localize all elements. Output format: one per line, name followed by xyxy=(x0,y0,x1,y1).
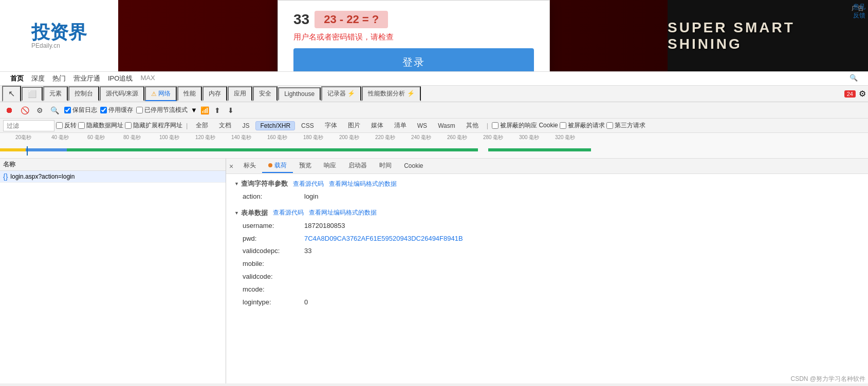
error-badge: 24 xyxy=(844,90,856,98)
filter-input[interactable] xyxy=(3,120,54,131)
form-view-encoded[interactable]: 查看网址编码格式的数据 xyxy=(309,208,377,217)
tab-application[interactable]: 应用 xyxy=(228,86,252,101)
param-key-action: action: xyxy=(243,191,304,202)
filter-btn[interactable]: ⚙ xyxy=(34,106,45,115)
login-modal: 33 23 - 22 = ? 用户名或者密码错误，请检查 登录 xyxy=(278,0,550,72)
nav-depth[interactable]: 深度 xyxy=(31,74,45,83)
blocked-req-checkbox[interactable]: 被屏蔽的请求 xyxy=(560,121,605,130)
filter-other[interactable]: 其他 xyxy=(461,120,483,131)
filter-js[interactable]: JS xyxy=(237,121,254,130)
hide-data-url-checkbox[interactable]: 隐藏数据网址 xyxy=(78,121,123,130)
warning-icon: ⚠ xyxy=(151,90,157,98)
tab-network[interactable]: ⚠ 网络 xyxy=(145,86,177,101)
filter-fetch-xhr[interactable]: Fetch/XHR xyxy=(255,121,295,130)
tab-security[interactable]: 安全 xyxy=(253,86,278,101)
tab-headers[interactable]: 标头 xyxy=(237,159,262,173)
devtools-settings-icon[interactable]: ⚙ xyxy=(859,89,866,99)
filter-wasm[interactable]: Wasm xyxy=(433,121,460,130)
tl-160: 160 毫秒 xyxy=(267,134,287,141)
filter-media[interactable]: 媒体 xyxy=(366,120,388,131)
error-message: 用户名或者密码错误，请检查 xyxy=(293,32,534,42)
filter-image[interactable]: 图片 xyxy=(343,120,365,131)
devtool-cursor-icon[interactable]: ↖ xyxy=(2,86,21,102)
param-key-logintype: logintype: xyxy=(243,297,304,308)
tl-260: 260 毫秒 xyxy=(447,134,467,141)
nav-ipo[interactable]: IPO追线 xyxy=(108,74,133,83)
blocked-cookie-checkbox[interactable]: 被屏蔽的响应 Cookie xyxy=(492,121,558,130)
right-ad-area: SUPER SMART SHINING 广告 xyxy=(668,0,868,72)
tab-recorder[interactable]: 记录器 ⚡ xyxy=(321,86,361,101)
panel-split: 名称 {} login.aspx?action=login × 标头 载荷 预览… xyxy=(0,159,868,383)
site-nav: 首页 深度 热门 营业厅通 IPO追线 MAX 🔍 xyxy=(0,72,868,86)
captcha-number: 33 xyxy=(293,11,309,28)
import-btn[interactable]: ⬆ xyxy=(212,106,223,115)
tab-timing[interactable]: 时间 xyxy=(373,159,398,173)
tab-memory[interactable]: 内存 xyxy=(202,86,227,101)
disable-cache-input[interactable] xyxy=(100,107,107,113)
tl-200: 200 毫秒 xyxy=(339,134,359,141)
tl-320: 320 毫秒 xyxy=(555,134,575,141)
form-param-username: username: 18720180853 xyxy=(234,221,860,231)
disable-cache-checkbox[interactable]: 停用缓存 xyxy=(100,106,133,114)
form-view-source[interactable]: 查看源代码 xyxy=(273,208,304,217)
preserve-log-input[interactable] xyxy=(64,107,71,113)
filter-all[interactable]: 全部 xyxy=(191,120,213,131)
tab-perf-insights[interactable]: 性能数据分析 ⚡ xyxy=(362,86,420,101)
invert-checkbox[interactable]: 反转 xyxy=(56,121,77,130)
request-item[interactable]: {} login.aspx?action=login xyxy=(0,171,226,183)
tab-console[interactable]: 控制台 xyxy=(68,86,99,101)
query-view-source[interactable]: 查看源代码 xyxy=(293,180,324,188)
throttle-checkbox[interactable]: 已停用节流模式 xyxy=(136,106,188,114)
tab-preview[interactable]: 预览 xyxy=(293,159,318,173)
tab-cookie[interactable]: Cookie xyxy=(398,160,429,172)
devtool-inspector-icon[interactable]: ⬜ xyxy=(22,87,43,101)
timeline-bar-green xyxy=(67,148,478,151)
export-btn[interactable]: ⬇ xyxy=(226,106,236,115)
site-domain: PEdaily.cn xyxy=(31,42,60,49)
record-stop-btn[interactable]: ⏺ xyxy=(3,105,15,115)
filter-font[interactable]: 字体 xyxy=(320,120,342,131)
query-section-header: ▼查询字符串参数 查看源代码 查看网址编码格式的数据 xyxy=(234,179,860,188)
nav-more: MAX xyxy=(140,74,155,83)
nav-business[interactable]: 营业厅通 xyxy=(73,74,100,83)
param-key-username: username: xyxy=(243,221,304,231)
query-triangle-icon: ▼ xyxy=(234,181,239,186)
tab-elements[interactable]: 元素 xyxy=(43,86,68,101)
form-param-mcode: mcode: xyxy=(234,284,860,295)
nav-hot[interactable]: 热门 xyxy=(52,74,66,83)
preserve-log-checkbox[interactable]: 保留日志 xyxy=(64,106,97,114)
tl-20: 20毫秒 xyxy=(15,134,31,141)
tl-60: 60 毫秒 xyxy=(87,134,105,141)
tab-payload[interactable]: 载荷 xyxy=(262,159,293,173)
tl-180: 180 毫秒 xyxy=(303,134,323,141)
browser-top: 投资界 PEdaily.cn Zero2IPO Ventures 清科创业 投资… xyxy=(0,0,868,72)
filter-ws[interactable]: WS xyxy=(413,121,432,130)
hide-extension-url-checkbox[interactable]: 隐藏扩展程序网址 xyxy=(125,121,182,130)
query-view-encoded[interactable]: 查看网址编码格式的数据 xyxy=(329,180,397,188)
tl-120: 120 毫秒 xyxy=(195,134,215,141)
filter-css[interactable]: CSS xyxy=(297,121,319,130)
filter-document[interactable]: 文档 xyxy=(214,120,236,131)
throttle-dropdown-icon[interactable]: ▼ xyxy=(191,106,197,114)
form-triangle-icon: ▼ xyxy=(234,210,239,216)
form-param-mobile: mobile: xyxy=(234,259,860,269)
tab-lighthouse[interactable]: Lighthouse xyxy=(278,87,321,101)
tab-performance[interactable]: 性能 xyxy=(177,86,202,101)
throttle-input[interactable] xyxy=(136,107,143,113)
filter-type-bar: 反转 隐藏数据网址 隐藏扩展程序网址 | 全部 文档 JS Fetch/XHR … xyxy=(0,119,868,133)
tab-sources[interactable]: 源代码/来源 xyxy=(100,86,144,101)
top-right-link[interactable]: 意见反馈 xyxy=(853,3,865,20)
tl-220: 220 毫秒 xyxy=(375,134,395,141)
query-toggle[interactable]: ▼查询字符串参数 xyxy=(234,179,288,188)
third-party-checkbox[interactable]: 第三方请求 xyxy=(606,121,645,130)
search-btn[interactable]: 🔍 xyxy=(48,106,61,115)
clear-btn[interactable]: 🚫 xyxy=(19,106,31,115)
tab-response[interactable]: 响应 xyxy=(318,159,342,173)
tab-initiator[interactable]: 启动器 xyxy=(342,159,373,173)
close-panel-btn[interactable]: × xyxy=(229,162,233,170)
form-toggle[interactable]: ▼表单数据 xyxy=(234,208,268,218)
filter-manifest[interactable]: 清单 xyxy=(390,120,411,131)
captcha-expression: 23 - 22 = ? xyxy=(315,11,388,28)
nav-home[interactable]: 首页 xyxy=(10,74,24,83)
login-button[interactable]: 登录 xyxy=(293,48,534,72)
